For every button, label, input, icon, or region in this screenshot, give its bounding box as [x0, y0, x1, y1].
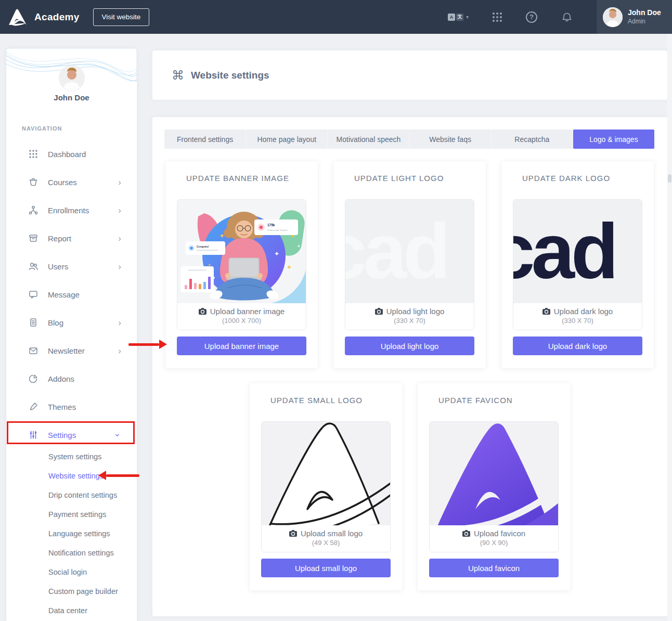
upload-dark-logo-button[interactable]: Upload dark logo — [513, 337, 642, 355]
user-name: John Doe — [628, 8, 661, 18]
svg-text:Professional Teacher: Professional Teacher — [267, 229, 288, 231]
banner-illustration: ✦ ✦ ✦ ✦ ✦ — [177, 200, 306, 303]
tab-home-page-layout[interactable]: Home page layout — [246, 130, 328, 149]
sidebar-profile-name: John Doe — [6, 93, 137, 102]
upload-small-logo-button[interactable]: Upload small logo — [261, 559, 391, 577]
favicon-preview — [430, 422, 558, 525]
sidebar-item-themes[interactable]: Themes — [6, 393, 137, 421]
svg-text:175k: 175k — [267, 223, 275, 227]
sidebar-item-dashboard[interactable]: Dashboard — [6, 140, 137, 168]
themes-icon — [28, 402, 38, 412]
upload-dimensions: (49 X 58) — [262, 539, 390, 547]
chevron-right-icon: › — [118, 346, 121, 355]
subitem-website-settings[interactable]: Website settings — [6, 466, 137, 485]
notifications-button[interactable] — [561, 11, 573, 23]
help-button[interactable]: ? — [526, 11, 537, 23]
subitem-payment-settings[interactable]: Payment settings — [6, 504, 137, 524]
bell-icon — [561, 11, 573, 23]
sidebar-item-courses[interactable]: Courses › — [6, 168, 137, 196]
small-logo-preview — [262, 422, 390, 525]
dark-logo-upload-area[interactable]: cad Upload dark logo (330 X 70) — [513, 199, 642, 330]
subitem-notification-settings[interactable]: Notification settings — [6, 543, 137, 562]
sidebar-item-users[interactable]: Users › — [6, 252, 137, 280]
banner-image-upload-area[interactable]: ✦ ✦ ✦ ✦ ✦ — [177, 199, 306, 330]
courses-icon — [28, 177, 38, 187]
svg-text:✦: ✦ — [297, 244, 301, 249]
sidebar: John Doe NAVIGATION Dashboard Courses › … — [6, 48, 137, 621]
banner-chart-card — [180, 266, 214, 292]
subitem-drip-content-settings[interactable]: Drip content settings — [6, 485, 137, 504]
message-icon — [28, 289, 38, 300]
camera-icon — [289, 530, 297, 537]
language-a-icon: A — [448, 14, 455, 21]
banner-congrats-card: Congrats! — [186, 241, 225, 255]
tab-motivational-speech[interactable]: Motivational speech — [328, 130, 409, 149]
subitem-social-login[interactable]: Social login — [6, 562, 137, 581]
command-icon: ⌘ — [172, 68, 184, 83]
blog-icon — [28, 317, 38, 328]
user-menu[interactable]: John Doe Admin — [597, 0, 672, 34]
navigation-section-label: NAVIGATION — [22, 125, 62, 132]
academy-logo-icon[interactable] — [8, 7, 28, 27]
upload-light-logo-button[interactable]: Upload light logo — [345, 337, 474, 355]
newsletter-icon — [28, 345, 38, 356]
sidebar-nav: Dashboard Courses › Enrollments › Report… — [6, 140, 137, 449]
dashboard-icon — [28, 149, 38, 159]
sidebar-item-addons[interactable]: Addons — [6, 365, 137, 393]
sidebar-item-message[interactable]: Message — [6, 280, 137, 308]
update-light-logo-card: UPDATE LIGHT LOGO cad Upload light logo … — [333, 161, 486, 368]
tab-recaptcha[interactable]: Recaptcha — [492, 130, 573, 149]
language-switcher[interactable]: A 文 ▾ — [448, 14, 469, 21]
page-header: ⌘ Website settings — [152, 50, 667, 100]
help-icon: ? — [526, 11, 537, 23]
sidebar-item-report[interactable]: Report › — [6, 224, 137, 252]
camera-icon — [462, 530, 470, 537]
avatar — [603, 7, 623, 27]
subitem-custom-page-builder[interactable]: Custom page builder — [6, 581, 137, 601]
svg-text:Congrats!: Congrats! — [197, 245, 209, 248]
update-dark-logo-card: UPDATE DARK LOGO cad Upload dark logo (3… — [501, 161, 654, 368]
upload-dimensions: (330 X 70) — [345, 317, 474, 325]
tab-frontend-settings[interactable]: Frontend settings — [164, 130, 246, 149]
tab-logo-images[interactable]: Logo & images — [573, 130, 654, 149]
update-banner-image-card: UPDATE BANNER IMAGE ✦ ✦ ✦ ✦ ✦ — [165, 161, 318, 368]
light-logo-preview: cad — [345, 200, 474, 303]
sidebar-item-blog[interactable]: Blog › — [6, 308, 137, 337]
chevron-right-icon: › — [118, 178, 121, 187]
chevron-right-icon: › — [118, 234, 121, 243]
update-favicon-card: UPDATE FAVICON Upload favicon (90 X — [418, 383, 570, 590]
scrollbar-thumb[interactable] — [668, 174, 671, 183]
light-logo-upload-area[interactable]: cad Upload light logo (330 X 70) — [345, 199, 474, 330]
subitem-data-center[interactable]: Data center — [6, 601, 137, 620]
upload-dimensions: (90 X 90) — [430, 539, 558, 547]
chevron-down-icon: ▾ — [466, 14, 469, 20]
card-title: UPDATE DARK LOGO — [522, 174, 610, 183]
upload-dimensions: (1000 X 700) — [177, 317, 306, 325]
upload-hint: Upload light logo (330 X 70) — [345, 307, 474, 330]
chevron-right-icon: › — [118, 262, 121, 271]
apps-grid-icon[interactable] — [493, 12, 502, 22]
subitem-language-settings[interactable]: Language settings — [6, 524, 137, 543]
tab-website-faqs[interactable]: Website faqs — [410, 130, 492, 149]
sidebar-avatar — [59, 66, 84, 90]
brand-name: Academy — [34, 11, 80, 23]
camera-icon — [375, 308, 383, 315]
subitem-system-settings[interactable]: System settings — [6, 447, 137, 466]
report-icon — [28, 233, 38, 243]
scrollbar-track — [667, 34, 672, 621]
topbar: Academy Visit website A 文 ▾ ? — [0, 0, 672, 34]
visit-website-button[interactable]: Visit website — [93, 8, 150, 26]
sidebar-item-enrollments[interactable]: Enrollments › — [6, 196, 137, 224]
settings-icon — [28, 430, 38, 440]
upload-hint: Upload favicon (90 X 90) — [430, 529, 558, 552]
favicon-upload-area[interactable]: Upload favicon (90 X 90) — [429, 421, 559, 552]
sidebar-item-settings[interactable]: Settings › — [6, 421, 137, 449]
addons-icon — [28, 373, 38, 384]
enrollments-icon — [28, 205, 38, 215]
sidebar-item-newsletter[interactable]: Newsletter › — [6, 337, 137, 365]
upload-banner-image-button[interactable]: Upload banner image — [177, 337, 306, 355]
small-logo-upload-area[interactable]: Upload small logo (49 X 58) — [261, 421, 391, 552]
settings-tabs: Frontend settings Home page layout Motiv… — [164, 130, 654, 149]
upload-favicon-button[interactable]: Upload favicon — [429, 559, 559, 577]
upload-hint: Upload small logo (49 X 58) — [262, 529, 390, 552]
